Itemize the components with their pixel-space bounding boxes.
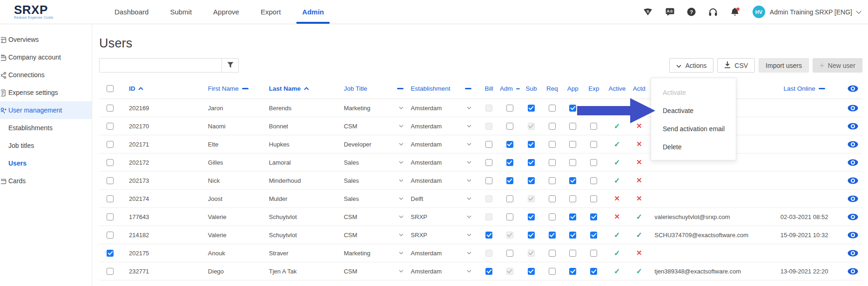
req-checkbox[interactable] bbox=[549, 195, 556, 202]
sub-checkbox[interactable] bbox=[528, 213, 535, 220]
bill-checkbox[interactable] bbox=[485, 177, 492, 184]
eye-icon[interactable] bbox=[848, 159, 858, 166]
sub-checkbox[interactable] bbox=[528, 177, 535, 184]
app-checkbox[interactable] bbox=[569, 213, 576, 220]
help-icon[interactable]: ? bbox=[687, 7, 696, 16]
avatar[interactable]: HV bbox=[753, 6, 765, 18]
cell-establishment-select[interactable]: Amsterdam bbox=[411, 250, 479, 257]
sub-checkbox[interactable] bbox=[528, 105, 535, 112]
sidebar-item-users[interactable]: Users bbox=[0, 154, 92, 172]
req-checkbox[interactable] bbox=[549, 123, 556, 130]
cell-establishment-select[interactable]: Delft bbox=[411, 195, 479, 202]
sidebar-item-establishments[interactable]: Establishments bbox=[0, 119, 92, 137]
cell-establishment-select[interactable]: Amsterdam bbox=[411, 159, 479, 166]
adm-checkbox[interactable] bbox=[506, 123, 513, 130]
adm-checkbox[interactable] bbox=[506, 177, 513, 184]
sub-checkbox[interactable] bbox=[528, 268, 535, 275]
column-header-select[interactable] bbox=[99, 85, 121, 92]
eye-icon[interactable] bbox=[848, 85, 858, 92]
exp-checkbox[interactable] bbox=[590, 159, 597, 166]
cell-job-title-select[interactable]: Marketing bbox=[344, 105, 411, 112]
column-header-actd[interactable]: Actd bbox=[630, 85, 648, 92]
app-checkbox[interactable] bbox=[569, 195, 576, 202]
sidebar-item-job-titles[interactable]: Job titles bbox=[0, 137, 92, 154]
cell-job-title-select[interactable]: CSM bbox=[344, 213, 411, 220]
nav-item-submit[interactable]: Submit bbox=[170, 0, 192, 24]
column-header-est[interactable]: Establishment bbox=[411, 85, 479, 92]
super-shield-icon[interactable]: S bbox=[643, 8, 653, 16]
row-checkbox[interactable] bbox=[107, 213, 114, 220]
chevron-down-icon[interactable] bbox=[856, 8, 861, 13]
cell-establishment-select[interactable]: SRXP bbox=[411, 213, 479, 220]
app-checkbox[interactable] bbox=[569, 268, 576, 275]
sidebar-item-cards[interactable]: Cards bbox=[0, 172, 92, 190]
menu-item-send-activation-email[interactable]: Send activation email bbox=[651, 120, 736, 138]
adm-checkbox[interactable] bbox=[506, 213, 513, 220]
column-header-adm[interactable]: Adm bbox=[499, 85, 520, 92]
cell-establishment-select[interactable]: Amsterdam bbox=[411, 268, 479, 275]
cell-job-title-select[interactable]: CSM bbox=[344, 232, 411, 239]
req-checkbox[interactable] bbox=[549, 177, 556, 184]
nav-item-admin[interactable]: Admin bbox=[302, 0, 324, 24]
column-header-first[interactable]: First Name bbox=[208, 85, 269, 92]
req-checkbox[interactable] bbox=[549, 159, 556, 166]
bill-checkbox[interactable] bbox=[485, 159, 492, 166]
cell-establishment-select[interactable]: Amsterdam bbox=[411, 177, 479, 184]
app-checkbox[interactable] bbox=[569, 177, 576, 184]
cell-job-title-select[interactable]: Sales bbox=[344, 159, 411, 166]
app-checkbox[interactable] bbox=[569, 232, 576, 239]
row-checkbox[interactable] bbox=[107, 141, 114, 148]
column-header-sub[interactable]: Sub bbox=[520, 85, 542, 92]
eye-icon[interactable] bbox=[848, 232, 858, 239]
cell-job-title-select[interactable]: Marketing bbox=[344, 250, 411, 257]
eye-icon[interactable] bbox=[848, 177, 858, 184]
cell-establishment-select[interactable]: Amsterdam bbox=[411, 141, 479, 148]
csv-button[interactable]: CSV bbox=[717, 58, 755, 73]
row-checkbox[interactable] bbox=[107, 177, 114, 184]
row-checkbox[interactable] bbox=[107, 123, 114, 130]
app-checkbox[interactable] bbox=[569, 250, 576, 257]
eye-icon[interactable] bbox=[848, 268, 858, 275]
support-headset-icon[interactable] bbox=[708, 8, 718, 16]
user-menu[interactable]: HV Admin Training SRXP [ENG] bbox=[753, 6, 861, 18]
exp-checkbox[interactable] bbox=[590, 213, 597, 220]
cell-job-title-select[interactable]: Sales bbox=[344, 177, 411, 184]
srxp-logo[interactable]: SRXP Reduce Expense Costs bbox=[0, 0, 92, 24]
adm-checkbox[interactable] bbox=[506, 141, 513, 148]
bill-checkbox[interactable] bbox=[485, 232, 492, 239]
nav-item-export[interactable]: Export bbox=[261, 0, 281, 24]
exp-checkbox[interactable] bbox=[590, 195, 597, 202]
sub-checkbox[interactable] bbox=[528, 159, 535, 166]
eye-icon[interactable] bbox=[848, 123, 858, 130]
cell-job-title-select[interactable]: Sales bbox=[344, 195, 411, 202]
req-checkbox[interactable] bbox=[549, 268, 556, 275]
cell-job-title-select[interactable]: CSM bbox=[344, 268, 411, 275]
row-checkbox[interactable] bbox=[107, 250, 114, 257]
app-checkbox[interactable] bbox=[569, 141, 576, 148]
new-user-button[interactable]: + New user bbox=[813, 58, 862, 73]
nav-item-dashboard[interactable]: Dashboard bbox=[114, 0, 148, 24]
sidebar-item-overviews[interactable]: Overviews bbox=[0, 31, 92, 48]
req-checkbox[interactable] bbox=[549, 105, 556, 112]
cell-establishment-select[interactable]: SRXP bbox=[411, 232, 479, 239]
sidebar-item-user-management[interactable]: User management bbox=[0, 101, 92, 119]
import-users-button[interactable]: Import users bbox=[759, 58, 809, 73]
adm-checkbox[interactable] bbox=[506, 105, 513, 112]
eye-icon[interactable] bbox=[848, 195, 858, 202]
eye-icon[interactable] bbox=[848, 105, 858, 112]
sub-checkbox[interactable] bbox=[528, 232, 535, 239]
eye-icon[interactable] bbox=[848, 250, 858, 257]
column-header-bill[interactable]: Bill bbox=[479, 85, 499, 92]
column-header-app[interactable]: App bbox=[562, 85, 583, 92]
app-checkbox[interactable] bbox=[569, 123, 576, 130]
eye-icon[interactable] bbox=[848, 213, 858, 220]
menu-item-deactivate[interactable]: Deactivate bbox=[651, 101, 736, 120]
adm-checkbox[interactable] bbox=[506, 250, 513, 257]
column-header-active[interactable]: Active bbox=[604, 85, 630, 92]
eye-icon[interactable] bbox=[848, 141, 858, 148]
column-header-id[interactable]: ID bbox=[121, 85, 208, 92]
row-checkbox[interactable] bbox=[107, 195, 114, 202]
adm-checkbox[interactable] bbox=[506, 159, 513, 166]
cell-establishment-select[interactable]: Amsterdam bbox=[411, 123, 479, 130]
sidebar-item-company-account[interactable]: Company account bbox=[0, 48, 92, 66]
